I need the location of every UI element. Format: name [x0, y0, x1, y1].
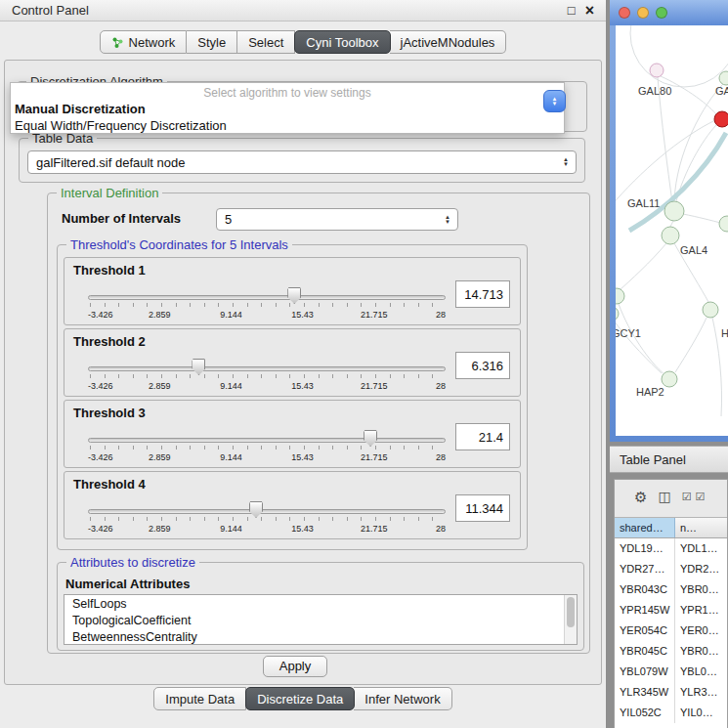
network-edge: [683, 214, 720, 223]
table-row[interactable]: YDL19…YDL1…: [615, 538, 727, 559]
network-node-label: H: [721, 327, 728, 339]
network-node[interactable]: [616, 288, 624, 304]
apply-button[interactable]: Apply: [263, 656, 327, 677]
tab-select[interactable]: Select: [237, 30, 295, 54]
table-cell: YER0…: [675, 621, 727, 641]
threshold-value-field-4[interactable]: 11.344: [455, 494, 510, 522]
table-cell: YPR1…: [675, 600, 727, 621]
slider-tick-labels: -3.4262.8599.14415.4321.71528: [88, 452, 446, 463]
network-node-label: GAL11: [627, 197, 660, 209]
threshold-slider-1[interactable]: -3.4262.8599.14415.4321.71528: [88, 287, 446, 326]
close-window-icon[interactable]: ×: [585, 3, 594, 19]
tab-impute-data[interactable]: Impute Data: [153, 687, 246, 710]
network-node[interactable]: [650, 64, 664, 77]
network-node[interactable]: [664, 201, 684, 221]
gear-icon[interactable]: ⚙: [634, 490, 647, 504]
network-node-label: GAL80: [638, 85, 671, 97]
zoom-light[interactable]: [656, 7, 667, 19]
threshold-value-field-3[interactable]: 21.4: [455, 423, 510, 450]
table-row[interactable]: YER054CYER0…: [615, 621, 727, 641]
threshold-value-field-2[interactable]: 6.316: [455, 352, 510, 379]
table-panel-title: Table Panel: [620, 452, 686, 467]
number-of-intervals-value: 5: [217, 212, 445, 227]
minimize-light[interactable]: [637, 7, 649, 19]
tick-label: 2.859: [149, 452, 171, 462]
network-node[interactable]: [662, 227, 679, 244]
threshold-slider-2[interactable]: -3.4262.8599.14415.4321.71528: [88, 359, 446, 398]
table-data-group: Table Data galFiltered.sif default node …: [19, 138, 585, 183]
attribute-item-selfloops[interactable]: SelfLoops: [64, 595, 577, 612]
threshold-slider-3[interactable]: -3.4262.8599.14415.4321.71528: [88, 430, 446, 469]
table-cell: YPR145W: [615, 600, 675, 621]
slider-track: [88, 509, 446, 514]
table-data-select[interactable]: galFiltered.sif default node ▲▼: [27, 150, 577, 174]
control-panel-window: Control Panel □ × NetworkStyleSelectCyni…: [0, 0, 607, 728]
slider-thumb[interactable]: [364, 430, 377, 447]
network-node[interactable]: [662, 371, 677, 387]
table-row[interactable]: YIL052CYIL0…: [615, 703, 727, 723]
tab-infer-network[interactable]: Infer Network: [354, 687, 451, 710]
threshold-value-field-1[interactable]: 14.713: [455, 280, 510, 308]
network-node[interactable]: [703, 302, 718, 318]
column-header-0[interactable]: shared…: [615, 518, 675, 537]
attributes-scrollbar[interactable]: [564, 595, 577, 644]
network-node[interactable]: [719, 71, 728, 85]
numerical-attributes-list: SelfLoopsTopologicalCoefficientBetweenne…: [64, 594, 578, 645]
table-cell: YBR0…: [675, 579, 727, 600]
algorithm-combo-stepper-icon[interactable]: ▲▼: [543, 90, 566, 112]
tab-label: Select: [248, 35, 283, 50]
checkbox-icon[interactable]: ☑: [696, 492, 706, 502]
tab-discretize-data[interactable]: Discretize Data: [245, 687, 355, 710]
table-row[interactable]: YBR045CYBR0…: [615, 641, 727, 662]
thresholds-group: Threshold's Coordinates for 5 Intervals …: [57, 244, 528, 550]
network-node[interactable]: [616, 307, 619, 321]
table-row[interactable]: YBL079WYBL0…: [615, 662, 727, 682]
network-node[interactable]: [719, 216, 728, 232]
threshold-slider-4[interactable]: -3.4262.8599.14415.4321.71528: [88, 501, 446, 540]
network-titlebar[interactable]: [610, 0, 728, 25]
tab-network[interactable]: Network: [100, 30, 188, 54]
control-panel-titlebar[interactable]: Control Panel □ ×: [0, 0, 606, 21]
checkbox-icon[interactable]: ☑: [682, 492, 692, 502]
tick-label: 21.715: [361, 310, 388, 320]
tick-label: -3.426: [88, 524, 113, 534]
number-of-intervals-label: Number of Intervals: [62, 211, 181, 226]
tab-style[interactable]: Style: [187, 30, 237, 54]
table-cell: YDR2…: [675, 559, 727, 579]
network-canvas[interactable]: GAL80GAGAL11GAL4GCY1HHAP2: [616, 25, 728, 436]
number-of-intervals-select[interactable]: 5 ▲▼: [216, 208, 458, 231]
slider-thumb[interactable]: [287, 287, 301, 304]
table-panel-titlebar[interactable]: Table Panel: [610, 446, 728, 473]
threshold-label: Threshold 1: [73, 263, 146, 278]
close-light[interactable]: [619, 7, 630, 19]
interval-definition-label: Interval Definition: [57, 186, 162, 200]
columns-icon[interactable]: ◫: [658, 490, 670, 503]
table-row[interactable]: YLR345WYLR3…: [615, 682, 727, 703]
column-header-1[interactable]: n…: [675, 518, 727, 537]
table-cell: YIL052C: [615, 703, 675, 723]
table-row[interactable]: YBR043CYBR0…: [615, 579, 727, 600]
algorithm-option-equal-width-frequency-discretization[interactable]: Equal Width/Frequency Discretization: [11, 117, 564, 134]
network-node-label: GA: [715, 85, 728, 97]
attribute-item-betweennesscentrality[interactable]: BetweennessCentrality: [64, 628, 577, 645]
table-row[interactable]: YDR27…YDR2…: [615, 559, 727, 579]
float-window-icon[interactable]: □: [568, 4, 576, 17]
attribute-item-topologicalcoefficient[interactable]: TopologicalCoefficient: [64, 612, 577, 628]
slider-thumb[interactable]: [192, 359, 205, 375]
network-edge: [621, 243, 666, 289]
network-node[interactable]: [714, 111, 728, 127]
cyni-toolbox-panel: Discretization Algorithm Select algorith…: [4, 60, 602, 685]
tick-label: 2.859: [149, 381, 171, 391]
slider-thumb[interactable]: [249, 501, 263, 518]
tab-jactivemnodules[interactable]: jActiveMNodules: [390, 30, 507, 54]
algorithm-option-manual-discretization[interactable]: Manual Discretization: [11, 101, 564, 117]
tick-label: -3.426: [88, 452, 113, 462]
tick-label: 15.43: [291, 310, 314, 320]
tick-label: 28: [436, 381, 446, 391]
tick-label: 15.43: [291, 381, 314, 391]
algorithm-options: Manual DiscretizationEqual Width/Frequen…: [11, 101, 564, 134]
tab-cyni-toolbox[interactable]: Cyni Toolbox: [294, 30, 390, 54]
table-row[interactable]: YPR145WYPR1…: [615, 600, 727, 621]
scrollbar-thumb[interactable]: [567, 597, 575, 627]
thresholds-group-label: Threshold's Coordinates for 5 Intervals: [66, 237, 292, 252]
